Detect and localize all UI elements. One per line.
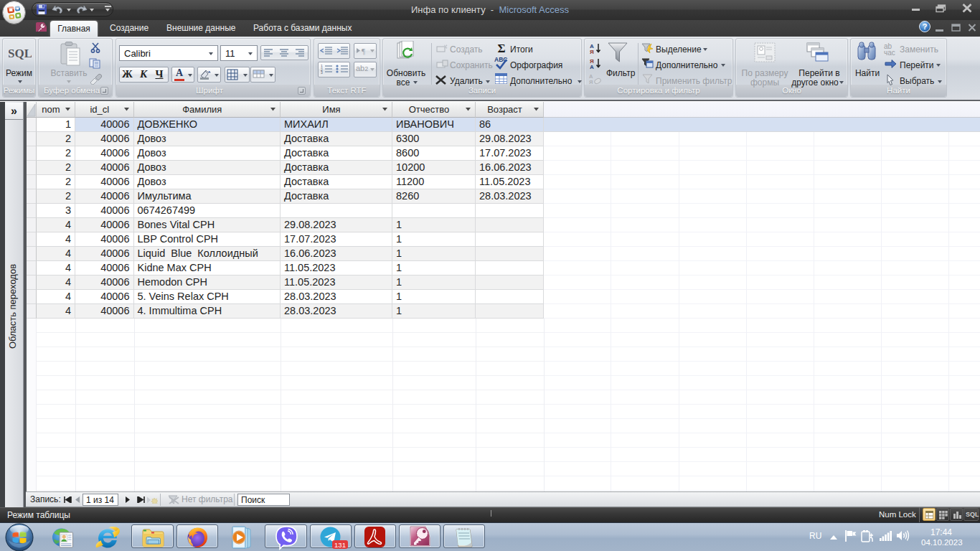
svg-text:А: А	[590, 64, 594, 70]
svg-text:Σ: Σ	[497, 42, 505, 54]
svg-text:Я: Я	[590, 49, 594, 55]
svg-text:Я: Я	[589, 79, 593, 85]
svg-text:3: 3	[321, 70, 323, 74]
svg-text:SQL: SQL	[9, 47, 32, 60]
svg-text:131: 131	[334, 541, 346, 549]
svg-text:?: ?	[923, 22, 928, 31]
svg-text:¶: ¶	[362, 47, 365, 55]
